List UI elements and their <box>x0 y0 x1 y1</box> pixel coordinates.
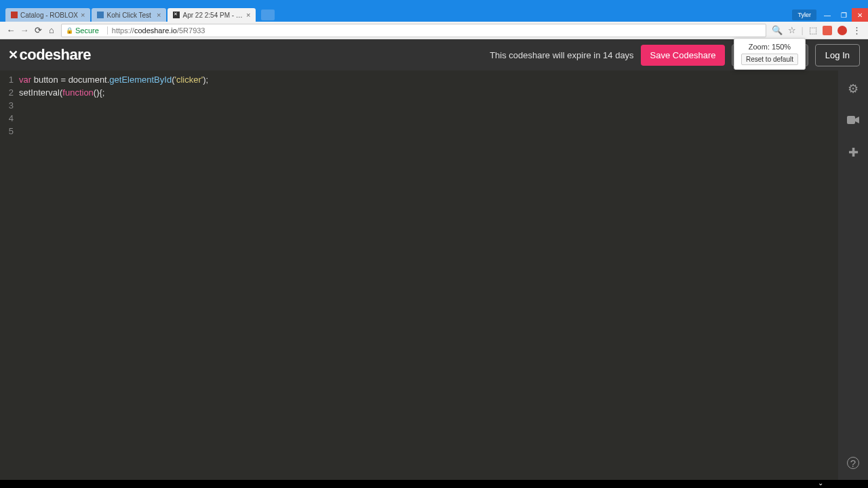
extension-icon[interactable]: ⬚ <box>809 25 817 35</box>
secure-indicator: 🔒 Secure <box>66 26 99 35</box>
code-line[interactable] <box>19 99 838 112</box>
favicon <box>11 12 18 18</box>
tab-title: Kohi Click Test <box>106 12 154 19</box>
code-content[interactable]: var button = document.getElementById('cl… <box>19 73 838 480</box>
show-desktop-icon[interactable]: ⌄ <box>818 479 823 487</box>
favicon <box>173 12 180 18</box>
login-button[interactable]: Log In <box>815 44 860 66</box>
toolbar-right-icons: 🔍 ☆ | ⬚ ⋮ <box>769 25 864 35</box>
windows-taskbar[interactable]: ⌄ <box>0 480 868 488</box>
extension-icon[interactable] <box>823 26 832 35</box>
svg-rect-0 <box>847 116 855 124</box>
extension-icon[interactable] <box>837 26 847 35</box>
window-controls: Tyler — ❐ ✕ <box>792 8 868 22</box>
code-line[interactable] <box>19 112 838 125</box>
window-minimize-button[interactable]: — <box>819 8 835 22</box>
tab-title: Catalog - ROBLOX <box>20 12 78 19</box>
logo-x-icon: ✕ <box>8 47 18 62</box>
nav-forward-button[interactable]: → <box>18 24 31 37</box>
nav-home-button[interactable]: ⌂ <box>45 24 58 37</box>
code-line[interactable] <box>19 125 838 138</box>
code-editor[interactable]: 12345 var button = document.getElementBy… <box>0 70 838 480</box>
codeshare-logo[interactable]: ✕ codeshare <box>8 46 91 64</box>
save-codeshare-button[interactable]: Save Codeshare <box>641 45 726 66</box>
expire-notice: This codeshare will expire in 14 days <box>490 50 633 60</box>
new-tab-button[interactable] <box>261 9 275 20</box>
browser-tab[interactable]: Catalog - ROBLOX × <box>5 8 90 22</box>
editor-container: 12345 var button = document.getElementBy… <box>0 70 868 480</box>
window-close-button[interactable]: ✕ <box>852 8 868 22</box>
nav-reload-button[interactable]: ⟳ <box>31 24 45 37</box>
tab-close-icon[interactable]: × <box>81 11 85 19</box>
zoom-popup: Zoom: 150% Reset to default <box>734 38 806 70</box>
line-gutter: 12345 <box>0 73 19 480</box>
browser-tab[interactable]: Kohi Click Test × <box>92 8 166 22</box>
window-titlebar <box>0 0 868 8</box>
zoom-icon[interactable]: 🔍 <box>772 25 783 35</box>
editor-sidebar: ⚙ ✚ ? <box>838 70 868 480</box>
chrome-menu-icon[interactable]: ⋮ <box>852 25 861 35</box>
separator <box>107 26 108 35</box>
separator: | <box>802 25 804 35</box>
zoom-reset-button[interactable]: Reset to default <box>741 54 798 65</box>
url-input[interactable]: 🔒 Secure https://codeshare.io/5R7933 <box>61 24 766 37</box>
code-line[interactable]: var button = document.getElementById('cl… <box>19 73 838 86</box>
lock-icon: 🔒 <box>66 27 73 34</box>
tab-title: Apr 22 2:54 PM - Codesh <box>182 12 243 19</box>
logo-text: codeshare <box>20 46 92 64</box>
browser-tab-active[interactable]: Apr 22 2:54 PM - Codesh × <box>167 8 256 22</box>
zoom-level-label: Zoom: 150% <box>741 43 798 51</box>
url-text: https://codeshare.io/5R7933 <box>112 26 205 35</box>
settings-icon[interactable]: ⚙ <box>848 81 859 96</box>
help-icon[interactable]: ? <box>847 457 859 469</box>
chrome-user-badge[interactable]: Tyler <box>792 9 816 20</box>
browser-address-bar: ← → ⟳ ⌂ 🔒 Secure https://codeshare.io/5R… <box>0 22 868 39</box>
nav-back-button[interactable]: ← <box>4 24 18 37</box>
video-icon[interactable] <box>847 115 859 126</box>
tab-close-icon[interactable]: × <box>246 11 250 19</box>
add-icon[interactable]: ✚ <box>848 145 859 160</box>
window-maximize-button[interactable]: ❐ <box>835 8 852 22</box>
secure-label: Secure <box>75 26 99 35</box>
tab-close-icon[interactable]: × <box>157 11 161 19</box>
code-line[interactable]: setInterval(function(){; <box>19 86 838 99</box>
browser-tabstrip: Catalog - ROBLOX × Kohi Click Test × Apr… <box>0 8 868 22</box>
bookmark-star-icon[interactable]: ☆ <box>788 25 796 35</box>
favicon <box>97 12 104 18</box>
